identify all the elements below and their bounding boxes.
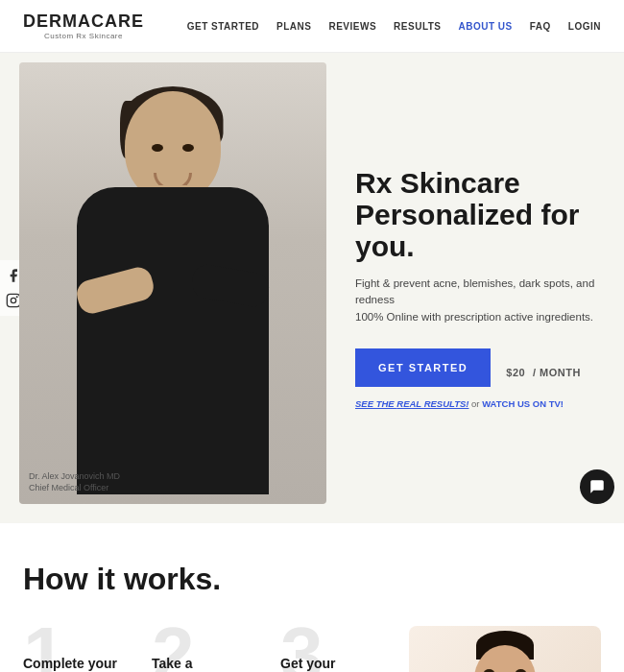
doctor-photo [19, 62, 326, 504]
logo: DERMACARE Custom Rx Skincare [23, 12, 144, 40]
header: DERMACARE Custom Rx Skincare GET STARTED… [0, 0, 624, 53]
hero-subtitle: Fight & prevent acne, blemishes, dark sp… [355, 276, 601, 325]
step-1-content: Complete your skin profile Share your sk… [23, 626, 142, 672]
step-3: 3 Get your bottle We ship your personali… [280, 626, 409, 672]
step-1-title: Complete your skin profile [23, 655, 142, 672]
nav-results[interactable]: RESULTS [394, 21, 441, 32]
hero-image: Dr. Alex Jovanovich MD Chief Medical Off… [0, 53, 365, 523]
product-image: DERMACARE DERMACARE [409, 626, 601, 672]
chat-icon [588, 478, 606, 495]
hero-links: SEE THE REAL RESULTS! or WATCH US ON TV! [355, 398, 601, 409]
doctor-eye-left [152, 144, 163, 152]
price-badge: $20 / MONTH [506, 352, 581, 383]
link-separator: or [471, 398, 482, 409]
step-2-content: Take a selfie Selfies help our medical t… [152, 626, 271, 672]
brand-tagline: Custom Rx Skincare [23, 32, 144, 40]
step-3-content: Get your bottle We ship your personalize… [280, 626, 399, 672]
nav-about-us[interactable]: ABOUT US [459, 21, 513, 32]
hero-section: Dr. Alex Jovanovich MD Chief Medical Off… [0, 53, 624, 523]
chat-button[interactable] [580, 469, 614, 504]
doctor-eye-right [182, 144, 194, 152]
price-amount: $20 [506, 367, 525, 378]
nav-faq[interactable]: FAQ [530, 21, 551, 32]
step-3-title: Get your bottle [280, 655, 399, 672]
step-2: 2 Take a selfie Selfies help our medical… [152, 626, 280, 672]
doctor-name: Dr. Alex Jovanovich MD [29, 470, 120, 483]
hero-cta-row: GET STARTED $20 / MONTH [355, 348, 601, 387]
hero-title: Rx Skincare Personalized for you. [355, 167, 601, 262]
step-2-title: Take a selfie [152, 655, 271, 672]
price-unit: / MONTH [533, 367, 581, 378]
main-nav: GET STARTED PLANS REVIEWS RESULTS ABOUT … [187, 21, 601, 32]
tv-link[interactable]: WATCH US ON TV! [482, 398, 564, 409]
nav-plans[interactable]: PLANS [276, 21, 311, 32]
nav-get-started[interactable]: GET STARTED [187, 21, 259, 32]
steps-container: 1 Complete your skin profile Share your … [23, 626, 409, 672]
how-title: How it works. [23, 562, 601, 597]
hero-content: Rx Skincare Personalized for you. Fight … [346, 53, 624, 523]
get-started-button[interactable]: GET STARTED [355, 348, 491, 387]
doctor-caption: Dr. Alex Jovanovich MD Chief Medical Off… [29, 470, 120, 494]
how-it-works-section: How it works. 1 Complete your skin profi… [0, 523, 624, 672]
nav-reviews[interactable]: REVIEWS [328, 21, 376, 32]
brand-name: DERMACARE [23, 12, 144, 32]
results-link[interactable]: SEE THE REAL RESULTS! [355, 398, 468, 409]
step-1: 1 Complete your skin profile Share your … [23, 626, 152, 672]
nav-login[interactable]: LOGIN [568, 21, 601, 32]
doctor-body [77, 187, 269, 494]
doctor-title: Chief Medical Officer [29, 482, 120, 494]
